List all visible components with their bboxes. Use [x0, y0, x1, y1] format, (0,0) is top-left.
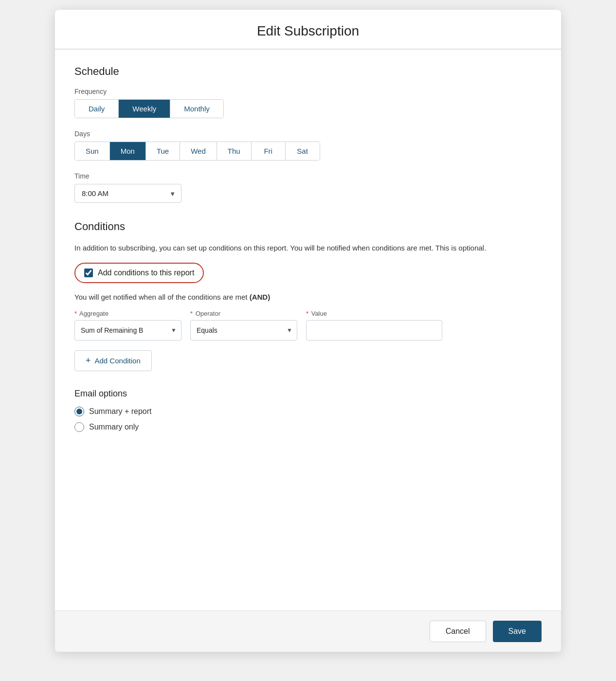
email-options-title: Email options	[74, 389, 542, 399]
add-condition-label: Add Condition	[95, 357, 141, 365]
plus-icon: +	[86, 356, 91, 366]
modal-header: Edit Subscription	[55, 10, 561, 50]
value-field: * Value	[306, 310, 442, 340]
operator-required-star: *	[190, 310, 193, 317]
add-conditions-row: Add conditions to this report	[74, 263, 542, 283]
time-label: Time	[74, 172, 542, 180]
add-conditions-checkbox[interactable]	[84, 269, 93, 277]
time-select-wrapper: 8:00 AM 9:00 AM 10:00 AM 11:00 AM 12:00 …	[74, 184, 181, 203]
summary-only-label: Summary only	[89, 423, 139, 431]
value-input[interactable]	[306, 320, 442, 340]
day-fri-button[interactable]: Fri	[252, 142, 286, 160]
add-condition-button[interactable]: + Add Condition	[74, 350, 152, 371]
email-options-section: Email options Summary + report Summary o…	[74, 389, 542, 432]
frequency-weekly-button[interactable]: Weekly	[119, 100, 170, 118]
operator-select[interactable]: Equals Not Equals Greater Than Less Than	[190, 320, 297, 340]
notify-and-text: (AND)	[250, 293, 271, 301]
time-select[interactable]: 8:00 AM 9:00 AM 10:00 AM 11:00 AM 12:00 …	[74, 184, 181, 203]
aggregate-select[interactable]: Sum of Remaining B Count Average Min Max	[74, 320, 181, 340]
summary-report-option[interactable]: Summary + report	[74, 407, 542, 416]
value-label: * Value	[306, 310, 442, 317]
day-wed-button[interactable]: Wed	[180, 142, 217, 160]
days-label: Days	[74, 130, 542, 138]
modal-footer: Cancel Save	[55, 610, 561, 652]
conditions-section: Conditions In addition to subscribing, y…	[74, 220, 542, 371]
notify-text: You will get notified when all of the co…	[74, 293, 542, 301]
conditions-description: In addition to subscribing, you can set …	[74, 243, 542, 254]
frequency-monthly-button[interactable]: Monthly	[170, 100, 223, 118]
frequency-group: Daily Weekly Monthly	[74, 99, 224, 118]
aggregate-select-wrapper: Sum of Remaining B Count Average Min Max…	[74, 320, 181, 340]
add-conditions-text: Add conditions to this report	[98, 269, 194, 277]
frequency-daily-button[interactable]: Daily	[75, 100, 119, 118]
operator-select-wrapper: Equals Not Equals Greater Than Less Than…	[190, 320, 297, 340]
schedule-title: Schedule	[74, 65, 542, 78]
day-sun-button[interactable]: Sun	[75, 142, 110, 160]
aggregate-label: * Aggregate	[74, 310, 181, 317]
summary-only-option[interactable]: Summary only	[74, 422, 542, 432]
modal-title: Edit Subscription	[71, 23, 545, 39]
aggregate-field: * Aggregate Sum of Remaining B Count Ave…	[74, 310, 181, 340]
save-button[interactable]: Save	[493, 621, 542, 642]
cancel-button[interactable]: Cancel	[430, 621, 486, 642]
summary-report-label: Summary + report	[89, 407, 151, 416]
day-sat-button[interactable]: Sat	[286, 142, 320, 160]
aggregate-required-star: *	[74, 310, 77, 317]
operator-label: * Operator	[190, 310, 297, 317]
operator-field: * Operator Equals Not Equals Greater Tha…	[190, 310, 297, 340]
day-tue-button[interactable]: Tue	[146, 142, 180, 160]
conditions-title: Conditions	[74, 220, 542, 233]
schedule-section: Schedule Frequency Daily Weekly Monthly …	[74, 65, 542, 203]
value-required-star: *	[306, 310, 308, 317]
add-conditions-label[interactable]: Add conditions to this report	[74, 263, 204, 283]
day-thu-button[interactable]: Thu	[217, 142, 252, 160]
summary-only-radio[interactable]	[74, 422, 84, 432]
edit-subscription-modal: Edit Subscription Schedule Frequency Dai…	[55, 10, 561, 652]
frequency-label: Frequency	[74, 88, 542, 95]
days-group: Sun Mon Tue Wed Thu Fri Sat	[74, 142, 320, 161]
day-mon-button[interactable]: Mon	[110, 142, 146, 160]
condition-row: * Aggregate Sum of Remaining B Count Ave…	[74, 310, 542, 340]
summary-report-radio[interactable]	[74, 407, 84, 416]
modal-body: Schedule Frequency Daily Weekly Monthly …	[55, 50, 561, 610]
